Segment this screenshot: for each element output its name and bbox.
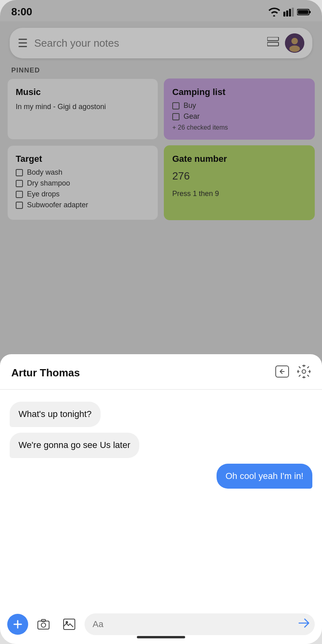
message-input-bar — [0, 608, 322, 644]
svg-rect-31 — [41, 619, 45, 621]
svg-point-28 — [302, 370, 306, 374]
camera-button[interactable] — [33, 614, 54, 635]
message-row-1: What's up tonight? — [10, 402, 312, 427]
messenger-title: Artur Thomas — [11, 367, 80, 379]
svg-point-30 — [41, 623, 46, 627]
chat-area: What's up tonight? We're gonna go see Us… — [0, 390, 322, 608]
home-indicator — [137, 636, 185, 638]
back-arrow-icon[interactable] — [275, 365, 289, 380]
svg-rect-29 — [38, 621, 49, 629]
message-bubble-3: Oh cool yeah I'm in! — [217, 464, 312, 489]
svg-point-33 — [66, 621, 68, 623]
message-bubble-1: What's up tonight? — [10, 402, 101, 427]
image-gallery-button[interactable] — [59, 614, 80, 635]
messenger-panel: Artur Thomas What's up tonight? — [0, 354, 322, 644]
send-button[interactable] — [298, 617, 310, 632]
message-input[interactable] — [85, 613, 315, 635]
message-row-2: We're gonna go see Us later — [10, 433, 312, 458]
message-bubble-2: We're gonna go see Us later — [10, 433, 139, 458]
add-button[interactable] — [7, 614, 28, 635]
text-input-wrapper[interactable] — [85, 613, 315, 635]
messenger-header: Artur Thomas — [0, 354, 322, 390]
messenger-header-icons — [275, 365, 311, 381]
message-row-3: Oh cool yeah I'm in! — [10, 464, 312, 489]
settings-gear-icon[interactable] — [297, 365, 311, 381]
